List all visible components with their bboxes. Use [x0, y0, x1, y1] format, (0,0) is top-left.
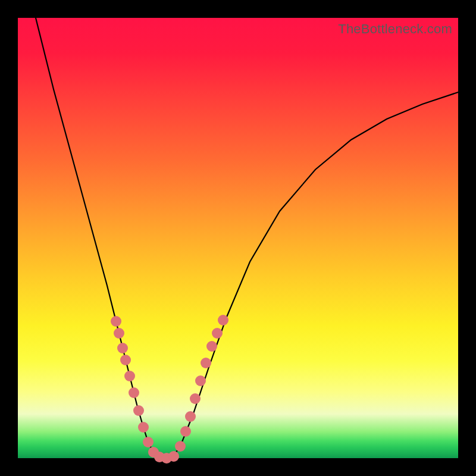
scatter-dot [129, 387, 139, 398]
chart-svg [18, 18, 458, 458]
scatter-dot [114, 328, 124, 339]
scatter-dot [195, 375, 206, 386]
chart-frame: TheBottleneck.com [0, 0, 476, 476]
scatter-dot [124, 371, 135, 381]
plot-area: TheBottleneck.com [18, 18, 458, 458]
scatter-dot [175, 441, 186, 452]
scatter-dot [218, 315, 228, 325]
scatter-dot [206, 341, 217, 352]
scatter-dot [120, 355, 131, 365]
scatter-dot [190, 393, 201, 404]
left-curve [36, 18, 161, 458]
right-curve [173, 92, 458, 458]
scatter-dot [133, 405, 144, 416]
scatter-dot [168, 451, 179, 462]
scatter-dot [201, 358, 211, 368]
scatter-dot [143, 437, 154, 447]
scatter-dot [111, 316, 121, 327]
scatter-dot [212, 328, 223, 339]
scatter-dot [117, 343, 128, 353]
scatter-dots [111, 315, 228, 464]
scatter-dot [180, 426, 191, 437]
scatter-dot [138, 422, 149, 433]
scatter-dot [185, 411, 196, 422]
